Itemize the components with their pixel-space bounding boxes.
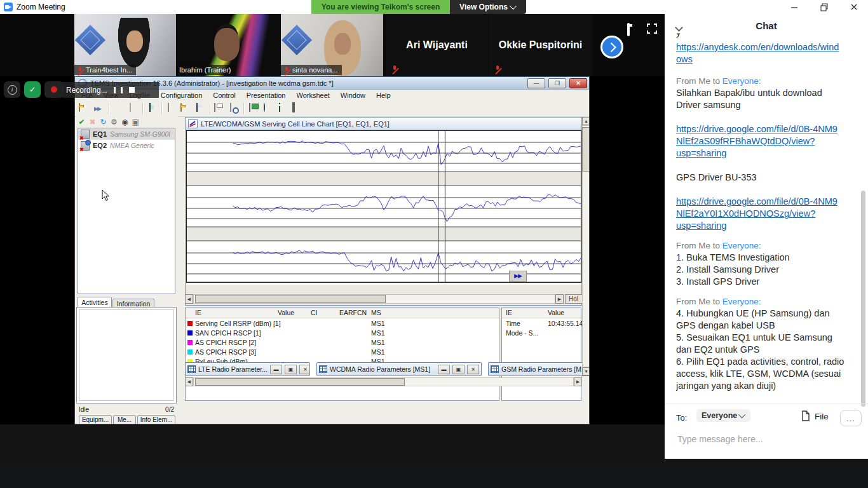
chat-scrollbar[interactable] xyxy=(861,191,865,407)
scroll-left-icon[interactable]: ◀ xyxy=(185,294,193,304)
chat-message-input[interactable] xyxy=(676,433,850,445)
view-options-button[interactable]: View Options xyxy=(450,0,526,14)
refresh-icon[interactable]: ↻ xyxy=(98,118,109,126)
print-icon[interactable] xyxy=(214,104,226,114)
stop-recording-icon[interactable] xyxy=(129,87,135,93)
settings-gear-icon[interactable]: ⚙ xyxy=(109,118,119,126)
recipient-select[interactable]: Everyone xyxy=(696,409,750,422)
train4best-logo xyxy=(75,25,105,55)
tems-restore-button[interactable]: ❐ xyxy=(548,78,566,88)
tab-activities[interactable]: Activities xyxy=(78,297,112,307)
table-row[interactable]: AS CPICH RSCP [2]MS1 xyxy=(186,338,499,348)
table-window-icon xyxy=(491,365,499,373)
equipment-row-eq1[interactable]: EQ1 Samsung SM-G900I xyxy=(78,128,175,140)
video-tile[interactable]: Ibrahim (Trainer) xyxy=(177,14,280,76)
cell-status-icon[interactable] xyxy=(277,104,288,114)
table-row[interactable]: Serving Cell RSRP (dBm) [1]MS1 xyxy=(186,319,499,329)
ie-legend-table: IE Value CI EARFCN MS Serving Cell RSRP … xyxy=(185,308,499,401)
menu-control[interactable]: Control xyxy=(213,92,235,99)
export-logfile-icon[interactable] xyxy=(128,104,139,114)
table-row[interactable]: Mode - S... xyxy=(502,329,581,338)
file-button[interactable]: File xyxy=(815,412,829,421)
tab-information[interactable]: Information xyxy=(112,299,154,308)
menu-worksheet[interactable]: Worksheet xyxy=(296,92,329,99)
open-logfile-icon[interactable] xyxy=(79,104,90,114)
activate-all-icon[interactable]: ✔ xyxy=(76,118,87,126)
tab-info-elements[interactable]: Info Elem... xyxy=(137,415,175,424)
chart-plot-area[interactable] xyxy=(186,130,581,285)
device-manager-icon[interactable] xyxy=(147,104,158,114)
record-icon[interactable] xyxy=(113,104,125,114)
properties-window-icon[interactable]: ▣ xyxy=(130,118,141,126)
replay-icon[interactable]: ▶▶ xyxy=(93,104,105,114)
chat-more-button[interactable]: ... xyxy=(840,410,862,426)
minimized-window-lte[interactable]: LTE Radio Parameter... ▬ ▣ ✕ xyxy=(185,362,310,376)
scroll-right-icon[interactable]: ▶ xyxy=(574,377,582,386)
minimized-window-gsm[interactable]: GSM Radio Parameters [M... xyxy=(488,362,590,376)
scroll-left-icon[interactable]: ◀ xyxy=(185,377,193,386)
menu-presentation[interactable]: Presentation xyxy=(247,92,286,99)
restore-icon[interactable]: ▣ xyxy=(285,365,297,374)
table-row[interactable]: SAN CPICH RSCP [1]MS1 xyxy=(186,329,499,338)
scroll-down-icon[interactable]: ▼ xyxy=(582,367,590,376)
tab-measurements[interactable]: Me... xyxy=(113,415,136,424)
tems-minimize-button[interactable]: — xyxy=(527,78,545,88)
close-icon[interactable]: ✕ xyxy=(299,365,310,374)
meeting-info-icon[interactable]: i xyxy=(4,81,20,98)
minimize-icon[interactable]: ▬ xyxy=(270,365,282,374)
scroll-thumb[interactable] xyxy=(195,378,405,386)
fullscreen-icon[interactable] xyxy=(647,24,657,34)
chat-link[interactable]: https://drive.google.com/file/d/0B-4NM9N… xyxy=(676,123,855,159)
scroll-up-icon[interactable]: ▲ xyxy=(582,117,590,125)
new-worksheet-icon[interactable] xyxy=(166,104,177,114)
deactivate-all-icon[interactable]: ✖ xyxy=(87,118,98,126)
next-participants-button[interactable] xyxy=(600,36,623,58)
participant-name: Okkie Puspitorini xyxy=(499,39,583,51)
chart-titlebar[interactable]: LTE/WCDMA/GSM Serving Cell Line Chart [E… xyxy=(186,118,581,130)
participant-tile[interactable]: Ari Wijayanti xyxy=(386,14,488,76)
equipment-row-eq2[interactable]: EQ2 NMEA Generic xyxy=(78,140,175,151)
train4best-logo xyxy=(281,25,312,55)
open-workspace-icon[interactable] xyxy=(180,104,192,114)
video-tile[interactable]: sinta novana... xyxy=(281,14,383,76)
menu-window[interactable]: Window xyxy=(341,92,365,99)
close-icon[interactable] xyxy=(849,2,859,12)
minimized-window-wcdma[interactable]: WCDMA Radio Parameters [MS1] ▬ ▣ ✕ xyxy=(316,362,482,376)
menu-configuration[interactable]: Configuration xyxy=(161,92,202,99)
globe-icon[interactable]: ◉ xyxy=(119,118,130,126)
scroll-thumb[interactable] xyxy=(195,295,386,303)
minimize-button[interactable] xyxy=(789,2,799,12)
video-tile[interactable]: Train4best In... xyxy=(74,14,176,76)
file-icon[interactable] xyxy=(801,410,811,422)
menu-help[interactable]: Help xyxy=(376,92,391,99)
windows-taskbar: e 12 X 10:47 25/02/2021 2 xyxy=(0,464,868,488)
chat-message-body: Silahkan Bapak/ibu untuk downloadDriver … xyxy=(676,87,855,111)
encryption-shield-icon[interactable]: ✓ xyxy=(24,81,41,98)
restore-button[interactable] xyxy=(819,2,829,12)
pause-recording-icon[interactable] xyxy=(114,87,123,93)
map-globe-icon[interactable] xyxy=(262,104,274,114)
bottom-hscrollbar[interactable]: ◀ ▶ xyxy=(185,377,582,386)
chat-link[interactable]: https://anydesk.com/en/downloads/windows xyxy=(676,41,855,65)
chart-play-button[interactable]: ▶▶ xyxy=(509,271,527,281)
right-vscrollbar[interactable]: ▲ ▼ xyxy=(582,117,590,376)
gallery-view-icon[interactable] xyxy=(627,23,630,36)
save-icon[interactable] xyxy=(195,104,207,114)
table-row[interactable]: Time 10:43:55.140 xyxy=(502,319,581,329)
chat-link[interactable]: https://drive.google.com/file/d/0B-4NM9N… xyxy=(676,196,855,232)
export-window-icon[interactable] xyxy=(248,104,259,114)
tab-equipment[interactable]: Equipm... xyxy=(79,415,112,424)
table-row[interactable]: AS CPICH RSCP [3]MS1 xyxy=(186,348,499,357)
scroll-thumb[interactable] xyxy=(582,127,590,172)
recording-overlay: Recording... xyxy=(62,82,159,98)
close-icon[interactable]: ✕ xyxy=(467,365,479,374)
participant-tile[interactable]: Okkie Puspitorini xyxy=(489,14,592,76)
window-titlebar: Zoom Meeting You are viewing Telkom's sc… xyxy=(0,0,868,14)
restore-icon[interactable]: ▣ xyxy=(452,365,465,374)
minimize-icon[interactable]: ▬ xyxy=(438,365,450,374)
scroll-right-icon[interactable]: ▶ xyxy=(555,294,564,304)
tems-close-button[interactable]: ✕ xyxy=(569,78,587,88)
print-preview-icon[interactable] xyxy=(229,104,240,114)
window-frame-icon[interactable] xyxy=(292,104,303,114)
chart-hscrollbar[interactable]: ◀ ▶ Hol xyxy=(185,294,590,304)
